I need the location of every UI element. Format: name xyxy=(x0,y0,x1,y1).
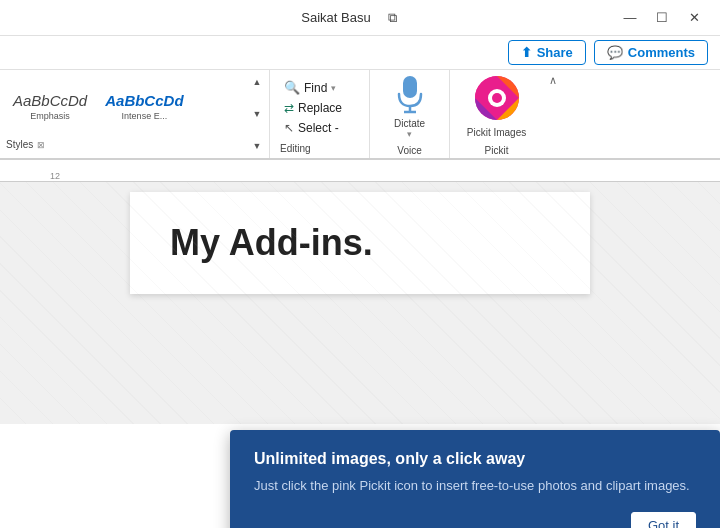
minimize-button[interactable]: — xyxy=(616,6,644,30)
dictate-label: Dictate xyxy=(394,116,425,129)
dictate-button[interactable] xyxy=(390,74,430,116)
pickit-icon xyxy=(473,74,521,122)
title-text: Saikat Basu xyxy=(301,10,370,25)
ruler-mark-0 xyxy=(10,171,40,181)
find-icon: 🔍 xyxy=(284,80,300,95)
share-label: Share xyxy=(537,45,573,60)
style-emphasis[interactable]: AaBbCcDd Emphasis xyxy=(6,87,94,126)
svg-point-5 xyxy=(492,93,502,103)
ribbon-editing-section: 🔍 Find ▾ ⇄ Replace ↖ Select - Editing xyxy=(270,70,370,158)
style-emphasis-label: Emphasis xyxy=(30,111,70,121)
find-button[interactable]: 🔍 Find ▾ xyxy=(280,78,346,97)
replace-label: Replace xyxy=(298,101,342,115)
document-text: My Add-ins. xyxy=(170,222,550,264)
close-button[interactable]: ✕ xyxy=(680,6,708,30)
select-icon: ↖ xyxy=(284,121,294,135)
pickit-section-label: Pickit xyxy=(485,143,509,156)
styles-expand-icon: ⊠ xyxy=(37,140,45,150)
select-label: Select - xyxy=(298,121,339,135)
ruler-marks: 12 xyxy=(10,160,160,181)
document-area: 12 My Add-ins. Unlimited images, only a … xyxy=(0,160,720,424)
tooltip-title: Unlimited images, only a click away xyxy=(254,450,696,468)
collapse-icon: ∧ xyxy=(549,74,557,87)
restore-down-button[interactable]: ⧉ xyxy=(379,6,407,30)
title-bar-controls: — ☐ ✕ xyxy=(616,6,708,30)
style-intense-label: Intense E... xyxy=(122,111,168,121)
ruler-mark-2 xyxy=(70,171,100,181)
style-intense[interactable]: AaBbCcDd Intense E... xyxy=(98,87,190,126)
share-button[interactable]: ⬆ Share xyxy=(508,40,586,65)
document-page: My Add-ins. xyxy=(130,192,590,294)
find-label: Find xyxy=(304,81,327,95)
comments-label: Comments xyxy=(628,45,695,60)
scroll-up-button[interactable]: ▲ xyxy=(249,74,265,90)
got-it-button[interactable]: Got it xyxy=(631,512,696,529)
ruler-mark-3 xyxy=(100,171,130,181)
scroll-down-button[interactable]: ▼ xyxy=(249,106,265,122)
comments-icon: 💬 xyxy=(607,45,623,60)
pickit-label: Pickit Images xyxy=(464,124,529,139)
document-text-bold: Add-ins. xyxy=(220,222,373,263)
document-text-plain: My xyxy=(170,222,220,263)
ribbon-voice-section: Dictate ▾ Voice xyxy=(370,70,450,158)
comments-button[interactable]: 💬 Comments xyxy=(594,40,708,65)
title-bar: Saikat Basu ⧉ — ☐ ✕ xyxy=(0,0,720,36)
tooltip-popup: Unlimited images, only a click away Just… xyxy=(230,430,720,528)
replace-icon: ⇄ xyxy=(284,101,294,115)
ribbon: AaBbCcDd Emphasis AaBbCcDd Intense E... … xyxy=(0,70,720,160)
tooltip-body: Just click the pink Pickit icon to inser… xyxy=(254,476,696,496)
dictate-mic-icon xyxy=(394,74,426,116)
voice-section-label: Voice xyxy=(397,143,421,156)
ribbon-collapse-button[interactable]: ∧ xyxy=(543,70,563,158)
replace-button[interactable]: ⇄ Replace xyxy=(280,99,346,117)
action-bar: ⬆ Share 💬 Comments xyxy=(0,36,720,70)
ruler-mark-12: 12 xyxy=(40,171,70,181)
title-bar-center: Saikat Basu ⧉ xyxy=(301,6,406,30)
style-emphasis-preview: AaBbCcDd xyxy=(13,92,87,109)
find-dropdown-icon: ▾ xyxy=(331,83,336,93)
pickit-button[interactable] xyxy=(473,74,521,122)
share-icon: ⬆ xyxy=(521,45,532,60)
ribbon-pickit-section: Pickit Images Pickit xyxy=(450,70,543,158)
maximize-button[interactable]: ☐ xyxy=(648,6,676,30)
style-intense-preview: AaBbCcDd xyxy=(105,92,183,109)
ribbon-styles-section: AaBbCcDd Emphasis AaBbCcDd Intense E... … xyxy=(0,70,270,158)
scroll-expand-button[interactable]: ▼ xyxy=(249,138,265,154)
editing-items: 🔍 Find ▾ ⇄ Replace ↖ Select - xyxy=(280,74,346,141)
svg-rect-0 xyxy=(403,76,417,98)
editing-section-label: Editing xyxy=(280,141,311,154)
styles-scroll-arrows: ▲ ▼ ▼ xyxy=(249,74,265,154)
select-button[interactable]: ↖ Select - xyxy=(280,119,346,137)
ruler: 12 xyxy=(0,160,720,182)
dictate-dropdown: ▾ xyxy=(407,129,412,139)
styles-list: AaBbCcDd Emphasis AaBbCcDd Intense E... xyxy=(6,74,263,139)
styles-label: Styles ⊠ xyxy=(6,139,263,154)
tooltip-footer: Got it xyxy=(254,512,696,529)
ruler-mark-4 xyxy=(130,171,160,181)
